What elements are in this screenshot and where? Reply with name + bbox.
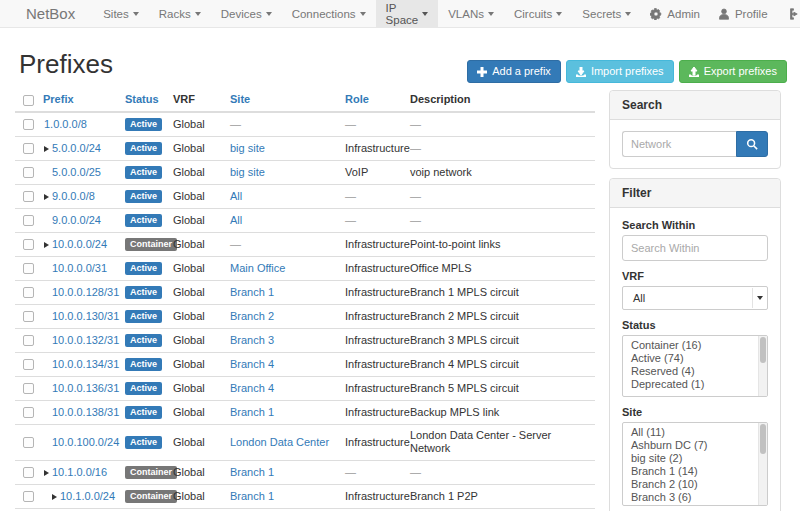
profile-menu-item[interactable]: Profile bbox=[709, 0, 777, 27]
vrf-value: Global bbox=[173, 406, 205, 418]
filter-option[interactable]: Branch 1 (14) bbox=[631, 465, 767, 478]
site-link[interactable]: Branch 1 bbox=[230, 490, 274, 502]
row-checkbox[interactable] bbox=[23, 359, 34, 370]
prefix-link[interactable]: 10.0.0.0/24 bbox=[52, 238, 107, 250]
site-link[interactable]: Branch 1 bbox=[230, 406, 274, 418]
column-header-site[interactable]: Site bbox=[230, 93, 250, 105]
row-checkbox[interactable] bbox=[23, 191, 34, 202]
prefix-link[interactable]: 1.0.0.0/8 bbox=[44, 118, 87, 130]
navbar-menu-item-label: VLANs bbox=[448, 8, 484, 20]
vrf-value: Global bbox=[173, 466, 205, 478]
status-filter-listbox[interactable]: Container (16)Active (74)Reserved (4)Dep… bbox=[622, 335, 768, 397]
row-checkbox[interactable] bbox=[23, 311, 34, 322]
search-within-input[interactable] bbox=[622, 235, 768, 261]
navbar-menu-item[interactable]: Racks bbox=[149, 0, 211, 27]
prefix-link[interactable]: 10.0.0.132/31 bbox=[52, 334, 119, 346]
navbar-menu-item-label: Circuits bbox=[514, 8, 552, 20]
row-checkbox[interactable] bbox=[23, 215, 34, 226]
status-badge: Active bbox=[125, 166, 162, 179]
filter-option[interactable]: Container (16) bbox=[631, 339, 767, 352]
prefix-link[interactable]: 5.0.0.0/24 bbox=[52, 142, 101, 154]
row-checkbox[interactable] bbox=[23, 383, 34, 394]
filter-panel-title: Filter bbox=[610, 179, 780, 208]
top-navbar: NetBox Sites Racks Devices Connections I… bbox=[0, 0, 800, 28]
navbar-menu-item[interactable]: IP Space bbox=[376, 0, 439, 27]
site-link[interactable]: big site bbox=[230, 142, 265, 154]
prefix-link[interactable]: 10.0.0.128/31 bbox=[52, 286, 119, 298]
navbar-menu-item[interactable]: VLANs bbox=[438, 0, 504, 27]
filter-option[interactable]: Ashburn DC (7) bbox=[631, 439, 767, 452]
row-checkbox[interactable] bbox=[23, 263, 34, 274]
prefix-link[interactable]: 10.1.0.0/24 bbox=[60, 490, 115, 502]
site-link[interactable]: All bbox=[230, 214, 242, 226]
export-prefixes-button[interactable]: Export prefixes bbox=[679, 60, 787, 83]
site-link[interactable]: Main Office bbox=[230, 262, 285, 274]
search-input[interactable] bbox=[622, 131, 736, 157]
prefix-link[interactable]: 10.0.0.134/31 bbox=[52, 358, 119, 370]
row-checkbox[interactable] bbox=[23, 239, 34, 250]
vrf-select[interactable]: All bbox=[622, 286, 768, 310]
site-link[interactable]: Branch 4 bbox=[230, 358, 274, 370]
prefix-link[interactable]: 10.0.100.0/24 bbox=[52, 436, 119, 448]
filter-option[interactable]: big site (2) bbox=[631, 452, 767, 465]
prefix-link[interactable]: 10.1.0.0/16 bbox=[52, 466, 107, 478]
row-checkbox[interactable] bbox=[23, 335, 34, 346]
site-link[interactable]: All bbox=[230, 190, 242, 202]
navbar-menu-item[interactable]: Devices bbox=[211, 0, 282, 27]
brand-logo[interactable]: NetBox bbox=[12, 0, 85, 27]
row-checkbox[interactable] bbox=[23, 143, 34, 154]
add-prefix-button[interactable]: Add a prefix bbox=[467, 60, 561, 83]
import-prefixes-button[interactable]: Import prefixes bbox=[566, 60, 674, 83]
row-checkbox[interactable] bbox=[23, 407, 34, 418]
column-header-status[interactable]: Status bbox=[125, 93, 159, 105]
prefix-link[interactable]: 10.0.0.136/31 bbox=[52, 382, 119, 394]
caret-down-icon bbox=[556, 12, 562, 16]
prefix-link[interactable]: 9.0.0.0/24 bbox=[52, 214, 101, 226]
site-link[interactable]: Branch 4 bbox=[230, 382, 274, 394]
prefix-link[interactable]: 10.0.0.138/31 bbox=[52, 406, 119, 418]
row-checkbox[interactable] bbox=[23, 167, 34, 178]
row-checkbox[interactable] bbox=[23, 491, 34, 502]
navbar-menu-item[interactable]: Secrets bbox=[572, 0, 641, 27]
prefix-link[interactable]: 10.0.0.130/31 bbox=[52, 310, 119, 322]
admin-label: Admin bbox=[667, 8, 700, 20]
site-link[interactable]: London Data Center bbox=[230, 436, 329, 448]
select-all-checkbox[interactable] bbox=[23, 95, 34, 106]
admin-menu-item[interactable]: Admin bbox=[641, 0, 709, 27]
status-scrollbar[interactable] bbox=[758, 336, 767, 396]
filter-option[interactable]: All (11) bbox=[631, 426, 767, 439]
site-filter-listbox[interactable]: All (11)Ashburn DC (7)big site (2)Branch… bbox=[622, 422, 768, 506]
navbar-menu-item[interactable]: Circuits bbox=[504, 0, 572, 27]
prefix-link[interactable]: 9.0.0.0/8 bbox=[52, 190, 95, 202]
site-scrollbar[interactable] bbox=[758, 423, 767, 505]
navbar-menu-item[interactable]: Connections bbox=[282, 0, 376, 27]
site-link[interactable]: big site bbox=[230, 166, 265, 178]
prefix-link[interactable]: 5.0.0.0/25 bbox=[52, 166, 101, 178]
site-link[interactable]: Branch 3 bbox=[230, 334, 274, 346]
row-checkbox[interactable] bbox=[23, 287, 34, 298]
search-button[interactable] bbox=[736, 131, 768, 157]
caret-right-icon bbox=[44, 242, 49, 248]
filter-option[interactable]: Active (74) bbox=[631, 352, 767, 365]
vrf-value: Global bbox=[173, 118, 205, 130]
filter-option[interactable]: Branch 2 (10) bbox=[631, 478, 767, 491]
filter-option[interactable]: Deprecated (1) bbox=[631, 378, 767, 391]
logout-menu-item[interactable]: Log out bbox=[777, 0, 800, 27]
row-checkbox[interactable] bbox=[23, 119, 34, 130]
filter-option[interactable]: Reserved (4) bbox=[631, 365, 767, 378]
site-link[interactable]: Branch 1 bbox=[230, 466, 274, 478]
row-checkbox[interactable] bbox=[23, 437, 34, 448]
row-checkbox[interactable] bbox=[23, 467, 34, 478]
filter-option[interactable]: Branch 4 (12) bbox=[631, 504, 767, 506]
column-header-role[interactable]: Role bbox=[345, 93, 369, 105]
column-header-prefix[interactable]: Prefix bbox=[43, 93, 74, 105]
navbar-menu-item-label: Devices bbox=[221, 8, 262, 20]
caret-down-icon bbox=[266, 12, 272, 16]
site-link[interactable]: Branch 2 bbox=[230, 310, 274, 322]
status-badge: Active bbox=[125, 436, 162, 449]
filter-option[interactable]: Branch 3 (6) bbox=[631, 491, 767, 504]
export-icon bbox=[689, 67, 699, 77]
navbar-menu-item[interactable]: Sites bbox=[93, 0, 149, 27]
site-link[interactable]: Branch 1 bbox=[230, 286, 274, 298]
prefix-link[interactable]: 10.0.0.0/31 bbox=[52, 262, 107, 274]
